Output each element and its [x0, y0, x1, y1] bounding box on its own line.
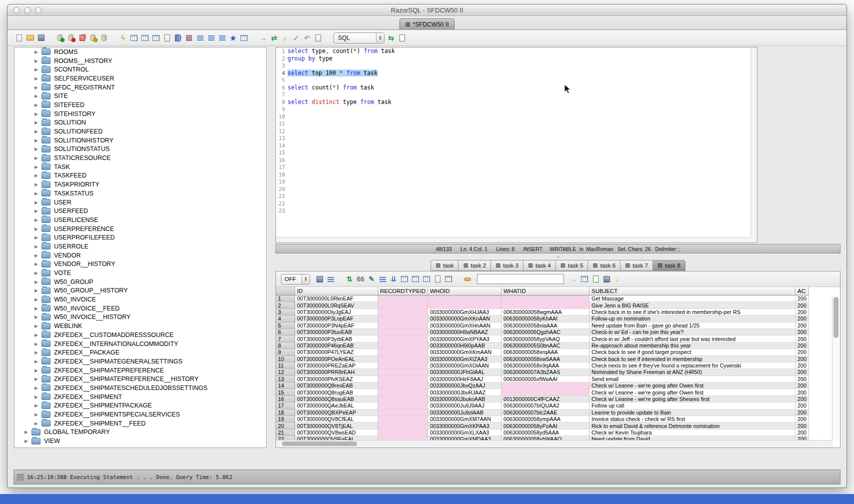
cell-num[interactable]: 17 — [276, 402, 295, 409]
cell-id[interactable]: 00T3000000P3tuvEAB — [295, 329, 378, 336]
cell-what[interactable] — [502, 302, 590, 308]
table-row[interactable]: 700T3000000P3yrbEAB0033000000GmXPYAA3006… — [276, 336, 840, 342]
editor-line[interactable]: 21 — [276, 192, 757, 200]
cell-what[interactable] — [502, 382, 590, 389]
cell-num[interactable]: 12 — [276, 369, 295, 376]
cell-rt[interactable] — [378, 336, 428, 342]
cell-subj[interactable]: Re-approach about membership this year — [590, 342, 796, 349]
expand-arrow-icon[interactable]: ▶ — [34, 394, 40, 400]
editor-line[interactable]: 8select distinct type from task — [276, 98, 757, 106]
expand-arrow-icon[interactable]: ▶ — [34, 412, 40, 417]
editor-line[interactable]: 15 — [276, 149, 757, 156]
editor-line[interactable]: 2group by type — [276, 55, 757, 62]
table-row[interactable]: 1200T3000000PRR8rEAH0033000000JFhGlAAL00… — [276, 369, 840, 376]
tree-item-global-temporary[interactable]: ▶GLOBAL TEMPORARY — [14, 428, 266, 437]
cell-ac[interactable]: 200 — [796, 410, 809, 416]
cell-num[interactable]: 6 — [276, 329, 295, 336]
table-row[interactable]: 1300T3000000PfvKSEAZ0033000000HirF8AAJ00… — [276, 376, 840, 382]
new-editor-icon[interactable] — [398, 34, 406, 42]
cell-id[interactable]: 00T3000000Q8sauEAB — [295, 396, 378, 402]
expand-arrow-icon[interactable]: ▶ — [34, 376, 40, 382]
cell-what[interactable]: 00630000007A3bZAAS — [502, 369, 590, 376]
refresh-table-icon[interactable] — [400, 274, 409, 284]
column-header-rownum[interactable] — [276, 287, 295, 296]
disconnect-database-icon[interactable] — [66, 34, 76, 42]
tree-item-zkfedex-shipmategeneralsettings[interactable]: ▶ZKFEDEX__SHIPMATEGENERALSETTINGS — [14, 357, 266, 366]
tree-item-rooms-history[interactable]: ▶ROOMS__HISTORY — [14, 56, 266, 66]
cell-subj[interactable]: Give Jenn a BIG RAISE — [590, 302, 796, 308]
rerun-query-icon[interactable]: ⇅ — [345, 274, 354, 284]
cell-rt[interactable] — [378, 389, 428, 396]
tree-item-scontrol[interactable]: ▶SCONTROL — [14, 65, 266, 74]
minimize-window-button[interactable] — [24, 7, 31, 14]
tree-item-solutionfeed[interactable]: ▶SOLUTIONFEED — [14, 127, 266, 136]
cell-ac[interactable]: 200 — [796, 430, 809, 436]
table-row[interactable]: 600T3000000P3tuvEAB0033000000H9aNBAAZ006… — [276, 329, 840, 336]
cell-subj[interactable]: Follow up call — [590, 402, 796, 409]
cell-ac[interactable]: 200 — [796, 296, 809, 302]
column-header-SUBJECT[interactable]: SUBJECT — [590, 287, 796, 296]
tab-close-icon[interactable]: ⊠ — [463, 262, 468, 268]
expand-arrow-icon[interactable]: ▶ — [34, 350, 40, 355]
cell-subj[interactable]: Check back in to see if she's interested… — [590, 309, 796, 316]
expand-arrow-icon[interactable]: ▶ — [34, 129, 40, 134]
expand-arrow-icon[interactable]: ▶ — [34, 218, 40, 222]
column-header-AC[interactable]: AC — [796, 287, 809, 296]
cell-ac[interactable]: 200 — [796, 416, 809, 422]
expand-arrow-icon[interactable]: ▶ — [34, 262, 40, 266]
table-row[interactable]: 100T3000000L0RknEAFGet Massage200 — [276, 296, 840, 302]
tree-item-zkfedex-internationalcommodity[interactable]: ▶ZKFEDEX__INTERNATIONALCOMMODITY — [14, 340, 266, 348]
cell-num[interactable]: 7 — [276, 336, 295, 342]
expand-arrow-icon[interactable]: ▶ — [34, 332, 40, 338]
cell-who[interactable]: 0033000000GmXKmAAN — [428, 349, 502, 356]
table-row[interactable]: 2100T3000000QV8wsEAD0033000000GmXLXAA300… — [276, 430, 840, 436]
cell-num[interactable]: 21 — [276, 430, 295, 436]
cell-num[interactable]: 19 — [276, 416, 295, 422]
table-row[interactable]: 400T3000000P3LopEAF0033000000GmXKnAAN006… — [276, 316, 840, 322]
cell-ac[interactable]: 200 — [796, 356, 809, 362]
tree-item-taskpriority[interactable]: ▶TASKPRIORITY — [14, 180, 266, 189]
cell-who[interactable]: 0033000000Ju9J9AAJ — [428, 402, 502, 409]
expand-arrow-icon[interactable]: ▶ — [34, 146, 40, 152]
editor-line[interactable]: 22 — [276, 200, 757, 208]
editor-vertical-scrollbar[interactable] — [750, 48, 757, 242]
cell-what[interactable]: 0013000000C4fFCAAZ — [502, 396, 590, 402]
cell-id[interactable]: 00T3000000L0RqSEAV — [295, 302, 378, 308]
tree-item-w50-group-history[interactable]: ▶W50_GROUP__HISTORY — [14, 286, 266, 296]
tree-item-sfdc-registrant[interactable]: ▶SFDC_REGISTRANT — [14, 83, 266, 92]
cell-who[interactable]: 0033000000GmXHnAAN — [428, 322, 502, 329]
editor-line[interactable]: 3 — [276, 62, 757, 70]
table-row[interactable]: 1800T3000000QBXPeEAP0033000000Ju9zlAAB00… — [276, 410, 840, 416]
tree-item-w50-invoice[interactable]: ▶W50_INVOICE — [14, 295, 266, 304]
new-file-icon[interactable] — [14, 34, 24, 42]
expand-arrow-icon[interactable]: ▶ — [34, 270, 40, 276]
dropdown-stepper-icon[interactable]: ▲▼ — [376, 33, 384, 43]
table-row[interactable]: 300T3000000OiyJgEAJ0033000000GmXHJAA3006… — [276, 309, 840, 316]
tree-item-userpreference[interactable]: ▶USERPREFERENCE — [14, 224, 266, 234]
cell-who[interactable]: 0033000000H9aNBAAZ — [428, 329, 502, 336]
edit-table-icon[interactable] — [130, 34, 138, 42]
expand-arrow-icon[interactable]: ▶ — [34, 386, 40, 390]
splitter-collapse-handle[interactable]: ∧ — [276, 254, 840, 260]
results-tab-task[interactable]: ⊠task — [430, 260, 458, 271]
cell-id[interactable]: 00T3000000QV8wsEAD — [295, 430, 378, 436]
execute-statement-icon[interactable]: → — [258, 34, 268, 42]
cell-subj[interactable]: Check back to see if good target prospec… — [590, 349, 796, 356]
cell-id[interactable]: 00T3000000Q8rexEAB — [295, 382, 378, 389]
cell-num[interactable]: 1 — [276, 296, 295, 302]
cell-subj[interactable]: Invoice status check - check w/ RS first — [590, 416, 796, 422]
expand-arrow-icon[interactable]: ▶ — [24, 438, 30, 444]
cell-ac[interactable]: 200 — [796, 389, 809, 396]
commit-icon[interactable]: ✓ — [292, 34, 300, 42]
cell-id[interactable]: 00T3000000OiyJgEAJ — [295, 309, 378, 316]
expand-arrow-icon[interactable]: ▶ — [34, 403, 40, 408]
results-tab-task-5[interactable]: ⊠task 5 — [556, 260, 588, 271]
editor-line[interactable]: 6select count(*) from task — [276, 84, 757, 92]
tree-item-solution[interactable]: ▶SOLUTION — [14, 118, 266, 128]
cell-id[interactable]: 00T3000000PfvKSEAZ — [295, 376, 378, 382]
cell-subj[interactable]: Check w/ Leanne - we're going after Owen… — [590, 382, 796, 389]
cell-ac[interactable]: 200 — [796, 402, 809, 409]
tree-item-sitefeed[interactable]: ▶SITEFEED — [14, 100, 266, 110]
table-row[interactable]: 900T3000000P47LYEAZ0033000000GmXKmAAN006… — [276, 349, 840, 356]
tree-item-taskfeed[interactable]: ▶TASKFEED — [14, 172, 266, 180]
